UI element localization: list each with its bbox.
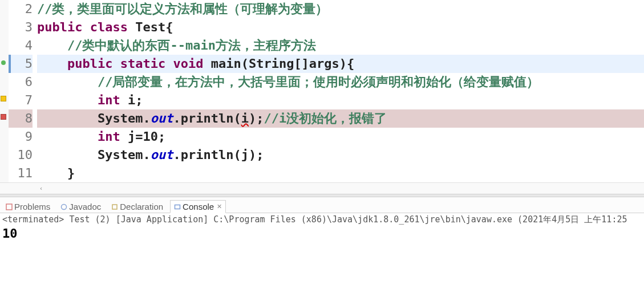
code-line-8[interactable]: System.out.println(i);//i没初始化，报错了 <box>37 109 644 128</box>
warning-marker-icon <box>1 96 6 101</box>
tab-problems-label: Problems <box>14 202 50 211</box>
declaration-icon <box>111 203 118 210</box>
code-token: Test{ <box>128 20 173 34</box>
tab-console[interactable]: Console ✕ <box>170 200 226 213</box>
problems-icon <box>6 203 13 210</box>
code-token: System. <box>37 148 151 162</box>
marker-slot-line-5 <box>0 55 9 73</box>
code-line-2[interactable]: //类，类里面可以定义方法和属性（可理解为变量） <box>37 0 644 18</box>
line-number: 8 <box>9 109 33 128</box>
code-line-3[interactable]: public class Test{ <box>37 18 644 36</box>
code-token: main(String[]args){ <box>203 56 354 71</box>
code-token <box>165 56 173 71</box>
line-number: 2 <box>9 0 33 18</box>
line-number: 3 <box>9 18 33 36</box>
code-token <box>37 75 98 89</box>
tab-declaration[interactable]: Declaration <box>108 201 167 213</box>
svg-rect-3 <box>175 205 180 209</box>
svg-point-1 <box>62 204 67 209</box>
line-number: 10 <box>9 146 33 164</box>
tab-problems[interactable]: Problems <box>2 201 54 213</box>
tab-console-label: Console <box>183 202 214 211</box>
override-marker-icon <box>1 60 6 65</box>
marker-bar <box>0 0 9 182</box>
tab-declaration-label: Declaration <box>120 202 163 211</box>
code-token: .println( <box>173 111 241 125</box>
line-number: 5 <box>9 55 33 73</box>
marker-slot-line-6 <box>0 73 9 91</box>
code-line-10[interactable]: System.out.println(j); <box>37 146 644 164</box>
code-token: .println(j); <box>173 148 264 162</box>
code-token: int <box>98 129 120 144</box>
marker-slot-line-10 <box>0 146 9 164</box>
editor-horizontal-scrollbar[interactable]: ‹ <box>0 182 644 194</box>
marker-slot-line-7 <box>0 91 9 109</box>
marker-slot-line-8 <box>0 109 9 128</box>
code-token: //类，类里面可以定义方法和属性（可理解为变量） <box>37 2 329 16</box>
line-number: 7 <box>9 91 33 109</box>
console-output-text: 10 <box>2 226 642 242</box>
code-token: j=10; <box>120 129 165 144</box>
error-marker-icon <box>1 114 6 120</box>
code-token: //i没初始化，报错了 <box>264 111 387 125</box>
code-token: ); <box>249 111 264 125</box>
console-process-header: <terminated> Test (2) [Java Application]… <box>2 213 642 226</box>
code-token <box>37 129 98 144</box>
code-token: //局部变量，在方法中，大括号里面；使用时必须声明和初始化（给变量赋值） <box>98 75 540 89</box>
line-number-gutter: 234567891011 <box>9 0 37 182</box>
code-line-9[interactable]: int j=10; <box>37 128 644 146</box>
tab-javadoc-label: Javadoc <box>69 202 101 211</box>
code-token: public <box>37 20 82 34</box>
code-token: i; <box>120 93 143 107</box>
javadoc-icon <box>60 203 67 210</box>
code-token <box>37 56 67 71</box>
code-token: public <box>67 56 112 71</box>
code-token <box>37 93 98 107</box>
console-icon <box>174 203 181 210</box>
marker-slot-line-2 <box>0 0 9 18</box>
code-line-11[interactable]: } <box>37 164 644 182</box>
marker-slot-line-9 <box>0 128 9 146</box>
marker-slot-line-3 <box>0 18 9 36</box>
code-token <box>37 38 67 52</box>
code-token: out <box>151 111 173 125</box>
code-token <box>112 56 120 71</box>
line-number: 6 <box>9 73 33 91</box>
close-icon[interactable]: ✕ <box>217 203 222 210</box>
bottom-views-tabbar: Problems Javadoc Declaration Console ✕ <box>0 197 644 213</box>
code-token: class <box>90 20 128 34</box>
marker-slot-line-11 <box>0 164 9 182</box>
code-token: out <box>151 148 173 162</box>
code-token: //类中默认的东西--main方法，主程序方法 <box>67 38 316 52</box>
tab-javadoc[interactable]: Javadoc <box>57 201 104 213</box>
svg-rect-0 <box>6 204 12 210</box>
marker-slot-line-4 <box>0 36 9 55</box>
code-line-7[interactable]: int i; <box>37 91 644 109</box>
code-token: int <box>98 93 120 107</box>
code-line-6[interactable]: //局部变量，在方法中，大括号里面；使用时必须声明和初始化（给变量赋值） <box>37 73 644 91</box>
console-view[interactable]: <terminated> Test (2) [Java Application]… <box>0 213 644 285</box>
svg-rect-2 <box>112 205 117 209</box>
code-token: i <box>241 111 249 125</box>
line-number: 11 <box>9 164 33 182</box>
code-line-5[interactable]: public static void main(String[]args){ <box>37 55 644 73</box>
code-content[interactable]: //类，类里面可以定义方法和属性（可理解为变量）public class Tes… <box>37 0 644 182</box>
code-token <box>82 20 90 34</box>
line-number: 9 <box>9 128 33 146</box>
code-token: void <box>173 56 203 71</box>
line-number: 4 <box>9 36 33 55</box>
code-token: static <box>120 56 165 71</box>
code-editor[interactable]: 234567891011 //类，类里面可以定义方法和属性（可理解为变量）pub… <box>0 0 644 182</box>
scroll-left-icon[interactable]: ‹ <box>37 185 45 193</box>
code-line-4[interactable]: //类中默认的东西--main方法，主程序方法 <box>37 36 644 55</box>
code-token: } <box>37 166 75 180</box>
code-token: System. <box>37 111 151 125</box>
